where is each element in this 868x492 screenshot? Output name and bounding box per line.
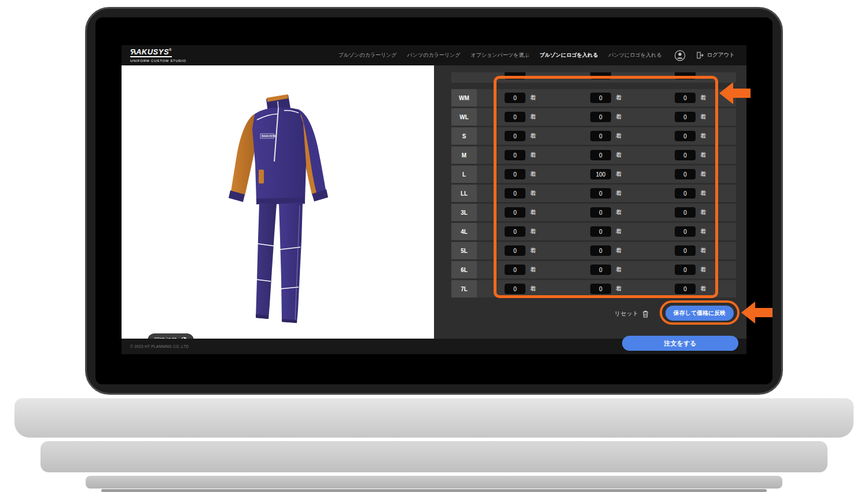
qty-input[interactable] xyxy=(505,150,525,160)
main-nav: ブルゾンのカラーリング パンツのカラーリング オプションパーツを選ぶ ブルゾンに… xyxy=(338,52,661,59)
qty-cell: 着 xyxy=(505,204,536,221)
qty-cell: 着 xyxy=(675,261,706,278)
qty-input[interactable] xyxy=(590,150,611,160)
unit-label: 着 xyxy=(700,170,706,178)
unit-label: 着 xyxy=(700,285,706,293)
qty-input[interactable] xyxy=(590,188,611,199)
qty-cell: 着 xyxy=(675,146,706,164)
tracksuit-render[interactable]: RAKUSYS xyxy=(208,89,359,326)
qty-input[interactable] xyxy=(505,169,525,179)
qty-cell: 着 xyxy=(505,223,536,240)
unit-label: 着 xyxy=(616,208,621,216)
qty-cell: 着 xyxy=(590,108,621,126)
qty-cell: 着 xyxy=(590,185,621,202)
logout-button[interactable]: ログアウト xyxy=(693,51,738,60)
qty-input[interactable] xyxy=(675,169,696,179)
qty-cell: 着 xyxy=(675,108,706,126)
table-actions: リセット 保存して価格に反映 xyxy=(434,305,746,324)
unit-label: 着 xyxy=(616,170,621,178)
qty-cell: 着 xyxy=(675,223,706,240)
qty-input[interactable] xyxy=(590,284,611,294)
qty-cell: 着 xyxy=(505,108,536,126)
qty-input[interactable] xyxy=(505,284,525,294)
qty-input[interactable] xyxy=(675,207,696,218)
qty-cell: 着 xyxy=(590,166,621,183)
qty-input[interactable] xyxy=(590,131,611,141)
laptop-base-shadow xyxy=(86,476,782,489)
order-button[interactable]: 注文をする xyxy=(622,336,738,351)
qty-input[interactable] xyxy=(505,72,525,79)
qty-input[interactable] xyxy=(505,112,525,122)
unit-label: 着 xyxy=(700,208,706,216)
unit-label: 着 xyxy=(530,285,536,293)
laptop-base-reflection xyxy=(41,441,827,472)
viewer-panel: RAKUSYS 明暗切替 xyxy=(122,65,434,339)
nav-item-blouson-logo[interactable]: ブルゾンにロゴを入れる xyxy=(539,52,598,59)
qty-input[interactable] xyxy=(675,265,696,275)
qty-input[interactable] xyxy=(675,150,696,160)
qty-input[interactable] xyxy=(675,131,696,141)
qty-cell: 着 xyxy=(505,185,536,202)
qty-input[interactable] xyxy=(675,93,696,103)
size-row: 3L着着着 xyxy=(451,204,736,221)
brand-name: RAKUSYS® xyxy=(130,48,172,57)
qty-input[interactable] xyxy=(505,226,525,237)
size-row: 4L着着着 xyxy=(451,223,736,240)
svg-text:RAKUSYS: RAKUSYS xyxy=(262,134,276,138)
nav-item-pants-coloring[interactable]: パンツのカラーリング xyxy=(407,52,461,59)
qty-input[interactable] xyxy=(590,207,611,218)
size-label: S xyxy=(451,127,477,145)
save-apply-price-button[interactable]: 保存して価格に反映 xyxy=(665,306,734,321)
unit-label: 着 xyxy=(530,189,536,197)
size-table: 着着着WM着着着WL着着着S着着着M着着着L着着着LL着着着3L着着着4L着着着… xyxy=(434,72,746,332)
brand-logo: RAKUSYS® UNIFORM CUSTOM STUDIO xyxy=(130,48,186,63)
nav-item-option-parts[interactable]: オプションパーツを選ぶ xyxy=(470,52,529,59)
qty-cell: 着 xyxy=(590,204,621,221)
qty-cell: 着 xyxy=(505,261,536,278)
qty-cell: 着 xyxy=(505,89,536,107)
qty-cell: 着 xyxy=(675,127,706,145)
size-row: LL着着着 xyxy=(451,185,736,202)
unit-label: 着 xyxy=(616,247,621,255)
unit-label: 着 xyxy=(700,247,706,255)
qty-input[interactable] xyxy=(590,226,611,237)
size-row: WL着着着 xyxy=(451,108,736,126)
qty-input[interactable] xyxy=(675,112,696,122)
qty-input[interactable] xyxy=(505,131,525,141)
qty-input[interactable] xyxy=(675,226,696,237)
unit-label: 着 xyxy=(530,151,536,159)
qty-cell: 着 xyxy=(505,72,536,83)
unit-label: 着 xyxy=(530,132,536,140)
qty-input[interactable] xyxy=(590,93,611,103)
qty-cell: 着 xyxy=(590,280,621,298)
qty-cell: 着 xyxy=(675,166,706,183)
unit-label: 着 xyxy=(530,266,536,274)
qty-input[interactable] xyxy=(505,207,525,218)
reset-button[interactable]: リセット xyxy=(611,309,652,318)
qty-input[interactable] xyxy=(590,72,611,79)
nav-item-blouson-coloring[interactable]: ブルゾンのカラーリング xyxy=(338,52,396,59)
qty-input[interactable] xyxy=(675,188,696,199)
unit-label: 着 xyxy=(530,113,536,121)
user-icon[interactable] xyxy=(674,50,686,61)
qty-input[interactable] xyxy=(505,188,525,199)
qty-input[interactable] xyxy=(675,284,696,294)
qty-input[interactable] xyxy=(590,245,611,256)
unit-label: 着 xyxy=(530,94,536,102)
qty-input[interactable] xyxy=(675,72,696,79)
qty-input[interactable] xyxy=(505,93,525,103)
unit-label: 着 xyxy=(616,266,621,274)
nav-item-pants-logo[interactable]: パンツにロゴを入れる xyxy=(608,52,661,59)
qty-input[interactable] xyxy=(590,112,611,122)
qty-cell: 着 xyxy=(590,223,621,240)
qty-cell: 着 xyxy=(675,72,706,83)
unit-label: 着 xyxy=(616,132,621,140)
qty-input[interactable] xyxy=(590,265,611,275)
unit-label: 着 xyxy=(700,151,706,159)
qty-input[interactable] xyxy=(505,265,525,275)
qty-input[interactable] xyxy=(505,245,525,256)
qty-input[interactable] xyxy=(590,169,611,179)
qty-input[interactable] xyxy=(675,245,696,256)
qty-cell: 着 xyxy=(675,204,706,221)
size-row-partial: 着着着 xyxy=(451,72,736,83)
